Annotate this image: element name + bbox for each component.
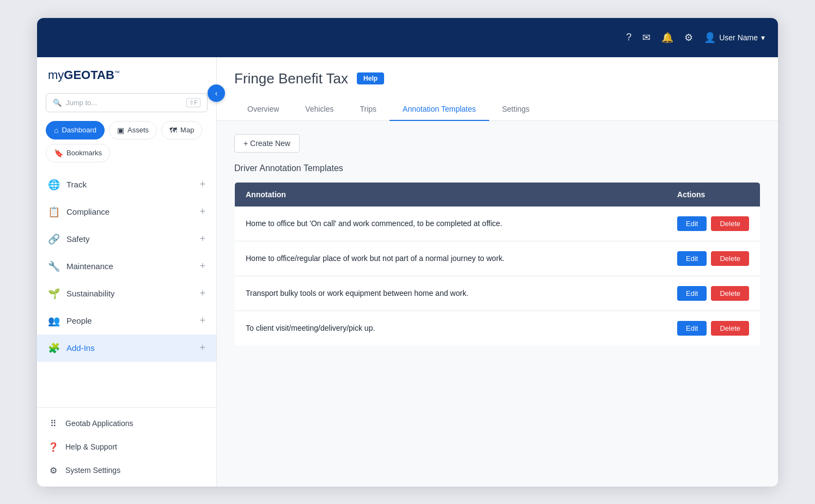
action-cell-2: Edit Delete bbox=[677, 251, 749, 266]
chevron-down-icon: ▾ bbox=[761, 33, 765, 42]
home-icon: ⌂ bbox=[54, 126, 58, 135]
people-expand-icon[interactable]: + bbox=[199, 315, 205, 326]
sidebar-item-addins-label: Add-Ins bbox=[66, 343, 193, 353]
people-icon: 👥 bbox=[48, 315, 60, 327]
sidebar-item-geotab-applications[interactable]: ⠿ Geotab Applications bbox=[37, 412, 216, 435]
bookmark-icon: 🔖 bbox=[54, 149, 63, 157]
table-body: Home to office but 'On call' and work co… bbox=[235, 207, 761, 346]
username: User Name bbox=[719, 33, 758, 42]
maintenance-icon: 🔧 bbox=[48, 260, 60, 272]
quick-nav-map-label: Map bbox=[180, 126, 194, 134]
sidebar-item-addins[interactable]: 🧩 Add-Ins + bbox=[37, 335, 216, 362]
sidebar-item-compliance[interactable]: 📋 Compliance + bbox=[37, 198, 216, 226]
sidebar-item-track[interactable]: 🌐 Track + bbox=[37, 171, 216, 198]
edit-button-2[interactable]: Edit bbox=[677, 251, 707, 266]
sidebar-item-sustainability[interactable]: 🌱 Sustainability + bbox=[37, 280, 216, 307]
logo: myGEOTAB™ bbox=[48, 68, 205, 82]
sidebar-item-people[interactable]: 👥 People + bbox=[37, 307, 216, 335]
tab-vehicles[interactable]: Vehicles bbox=[292, 98, 346, 121]
tab-settings[interactable]: Settings bbox=[489, 98, 543, 121]
settings-icon[interactable]: ⚙ bbox=[684, 32, 693, 44]
safety-expand-icon[interactable]: + bbox=[199, 233, 205, 245]
sidebar-item-help-support-label: Help & Support bbox=[65, 442, 117, 451]
logo-area: myGEOTAB™ bbox=[37, 68, 216, 93]
safety-icon: 🔗 bbox=[48, 233, 60, 245]
page-title-row: Fringe Benefit Tax Help bbox=[234, 70, 761, 87]
quick-nav: ⌂ Dashboard ▣ Assets 🗺 Map 🔖 Bookmarks bbox=[37, 121, 216, 171]
action-cell-4: Edit Delete bbox=[677, 321, 749, 336]
tabs: Overview Vehicles Trips Annotation Templ… bbox=[234, 98, 761, 120]
page-header: Fringe Benefit Tax Help Overview Vehicle… bbox=[217, 57, 778, 121]
bell-icon[interactable]: 🔔 bbox=[661, 32, 673, 44]
logo-sup: ™ bbox=[114, 69, 120, 75]
annotation-table: Annotation Actions Home to office but 'O… bbox=[234, 182, 761, 346]
actions-cell-1: Edit Delete bbox=[666, 207, 760, 241]
actions-cell-3: Edit Delete bbox=[666, 276, 760, 311]
delete-button-4[interactable]: Delete bbox=[711, 321, 749, 336]
main-layout: myGEOTAB™ ‹ 🔍 Jump to... ⇧F ⌂ Dashboard bbox=[37, 57, 778, 487]
table-row: Home to office but 'On call' and work co… bbox=[235, 207, 761, 241]
delete-button-1[interactable]: Delete bbox=[711, 216, 749, 231]
maintenance-expand-icon[interactable]: + bbox=[199, 260, 205, 272]
help-badge[interactable]: Help bbox=[357, 72, 384, 84]
addins-icon: 🧩 bbox=[48, 342, 60, 354]
compliance-expand-icon[interactable]: + bbox=[199, 206, 205, 217]
track-expand-icon[interactable]: + bbox=[199, 179, 205, 190]
search-icon: 🔍 bbox=[53, 99, 62, 107]
annotation-cell-2: Home to office/regular place of work but… bbox=[235, 241, 667, 276]
toolbar: + Create New bbox=[234, 134, 761, 153]
top-nav-icons: ? ✉ 🔔 ⚙ 👤 User Name ▾ bbox=[626, 32, 765, 44]
sidebar-item-safety[interactable]: 🔗 Safety + bbox=[37, 226, 216, 253]
sidebar-item-compliance-label: Compliance bbox=[66, 207, 193, 216]
content-body: + Create New Driver Annotation Templates… bbox=[217, 121, 778, 359]
table-header: Annotation Actions bbox=[235, 182, 761, 207]
sidebar-collapse-button[interactable]: ‹ bbox=[208, 84, 225, 102]
search-bar[interactable]: 🔍 Jump to... ⇧F bbox=[46, 93, 208, 112]
sustainability-expand-icon[interactable]: + bbox=[199, 288, 205, 299]
actions-cell-2: Edit Delete bbox=[666, 241, 760, 276]
actions-cell-4: Edit Delete bbox=[666, 311, 760, 345]
question-circle-icon: ❓ bbox=[48, 442, 59, 452]
logo-my: my bbox=[48, 68, 64, 82]
logo-geotab: GEOTAB bbox=[64, 68, 114, 82]
nav-section: 🌐 Track + 📋 Compliance + 🔗 Safety + 🔧 Ma… bbox=[37, 171, 216, 407]
action-cell-3: Edit Delete bbox=[677, 286, 749, 301]
edit-button-3[interactable]: Edit bbox=[677, 286, 707, 301]
annotation-cell-1: Home to office but 'On call' and work co… bbox=[235, 207, 667, 241]
top-nav: ? ✉ 🔔 ⚙ 👤 User Name ▾ bbox=[37, 18, 778, 57]
user-area[interactable]: 👤 User Name ▾ bbox=[704, 32, 765, 44]
annotation-column-header: Annotation bbox=[235, 182, 667, 207]
delete-button-2[interactable]: Delete bbox=[711, 251, 749, 266]
user-avatar-icon: 👤 bbox=[704, 32, 716, 44]
mail-icon[interactable]: ✉ bbox=[642, 32, 650, 44]
sidebar-item-maintenance[interactable]: 🔧 Maintenance + bbox=[37, 253, 216, 280]
sidebar-item-help-support[interactable]: ❓ Help & Support bbox=[37, 435, 216, 459]
addins-expand-icon[interactable]: + bbox=[199, 342, 205, 354]
create-new-button[interactable]: + Create New bbox=[234, 134, 300, 153]
sustainability-icon: 🌱 bbox=[48, 288, 60, 300]
actions-column-header: Actions bbox=[666, 182, 760, 207]
help-icon[interactable]: ? bbox=[626, 32, 631, 43]
annotation-cell-3: Transport bulky tools or work equipment … bbox=[235, 276, 667, 311]
edit-button-4[interactable]: Edit bbox=[677, 321, 707, 336]
content-area: Fringe Benefit Tax Help Overview Vehicle… bbox=[217, 57, 778, 487]
edit-button-1[interactable]: Edit bbox=[677, 216, 707, 231]
sidebar-item-track-label: Track bbox=[66, 180, 193, 189]
quick-nav-map[interactable]: 🗺 Map bbox=[161, 121, 202, 139]
sidebar-item-system-settings[interactable]: ⚙ System Settings bbox=[37, 459, 216, 482]
assets-icon: ▣ bbox=[117, 126, 124, 135]
sidebar-bottom: ⠿ Geotab Applications ❓ Help & Support ⚙… bbox=[37, 407, 216, 487]
tab-annotation-templates[interactable]: Annotation Templates bbox=[390, 98, 489, 121]
sidebar-item-system-settings-label: System Settings bbox=[65, 466, 120, 475]
quick-nav-assets[interactable]: ▣ Assets bbox=[109, 121, 157, 139]
tab-overview[interactable]: Overview bbox=[234, 98, 292, 121]
grid-icon: ⠿ bbox=[48, 418, 59, 429]
quick-nav-bookmarks-label: Bookmarks bbox=[66, 149, 102, 157]
map-icon: 🗺 bbox=[169, 126, 177, 135]
delete-button-3[interactable]: Delete bbox=[711, 286, 749, 301]
tab-trips[interactable]: Trips bbox=[347, 98, 390, 121]
quick-nav-dashboard[interactable]: ⌂ Dashboard bbox=[46, 121, 105, 139]
sidebar-item-geotab-applications-label: Geotab Applications bbox=[65, 419, 133, 428]
compliance-icon: 📋 bbox=[48, 206, 60, 218]
quick-nav-bookmarks[interactable]: 🔖 Bookmarks bbox=[46, 144, 110, 162]
